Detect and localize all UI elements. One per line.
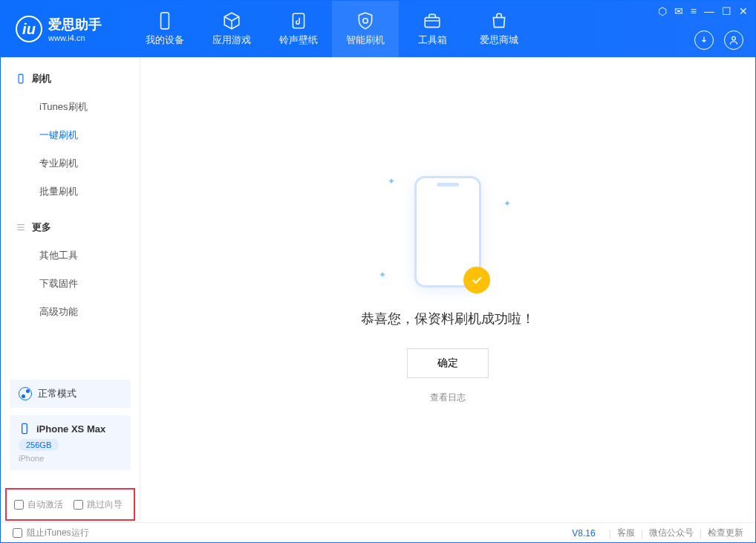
sidebar-item-other-tools[interactable]: 其他工具 [1,241,140,270]
device-name: iPhone XS Max [36,423,105,435]
device-info[interactable]: iPhone XS Max 256GB iPhone [10,415,131,470]
sidebar-item-pro-flash[interactable]: 专业刷机 [1,149,140,178]
link-check-update[interactable]: 检查更新 [708,527,743,539]
divider: | [700,528,702,539]
logo-icon: iu [16,16,42,42]
svg-rect-5 [22,423,27,433]
section-title: 刷机 [32,72,51,85]
music-file-icon [289,11,308,30]
tab-label: 应用游戏 [212,33,251,47]
sidebar: 刷机 iTunes刷机 一键刷机 专业刷机 批量刷机 更多 其他工具 下载固件 … [1,57,140,522]
tab-apps-games[interactable]: 应用游戏 [198,1,265,57]
svg-rect-0 [161,13,169,29]
sidebar-item-download-firmware[interactable]: 下载固件 [1,270,140,298]
sidebar-section-more: 更多 其他工具 下载固件 高级功能 [1,213,140,326]
checkbox-input[interactable] [13,528,22,538]
tab-smart-flash[interactable]: 智能刷机 [332,1,399,57]
tab-label: 工具箱 [418,33,447,47]
mode-row[interactable]: 正常模式 [10,380,131,408]
svg-rect-2 [425,18,440,27]
device-icon [155,11,175,30]
svg-rect-4 [19,74,23,83]
checkbox-input[interactable] [74,500,83,510]
tshirt-icon[interactable]: ⬡ [658,5,667,17]
statusbar: 阻止iTunes运行 V8.16 | 客服 | 微信公众号 | 检查更新 [1,522,755,543]
sidebar-item-advanced[interactable]: 高级功能 [1,298,140,326]
phone-outline-icon [19,423,30,435]
checkbox-input[interactable] [14,500,24,510]
link-wechat[interactable]: 微信公众号 [649,527,694,539]
success-message: 恭喜您，保资料刷机成功啦！ [361,310,535,328]
tab-my-device[interactable]: 我的设备 [131,1,198,57]
highlighted-options: 自动激活 跳过向导 [5,488,135,521]
view-log-link[interactable]: 查看日志 [430,391,466,404]
tab-label: 爱思商城 [480,33,518,47]
close-icon[interactable]: ✕ [739,5,748,17]
app-title: 爱思助手 [48,16,102,33]
tab-label: 铃声壁纸 [279,33,318,47]
sidebar-item-oneclick-flash[interactable]: 一键刷机 [1,121,140,149]
checkbox-label: 阻止iTunes运行 [27,527,89,539]
device-type: iPhone [19,454,122,463]
svg-rect-1 [293,13,304,28]
sidebar-item-itunes-flash[interactable]: iTunes刷机 [1,93,140,121]
nav-tabs: 我的设备 应用游戏 铃声壁纸 智能刷机 工具箱 爱思商城 [131,1,532,57]
checkbox-label: 自动激活 [27,498,63,511]
tab-store[interactable]: 爱思商城 [466,1,532,57]
download-icon[interactable] [694,30,714,50]
phone-illustration: ✦ ✦ ✦ [414,176,481,287]
checkbox-label: 跳过向导 [87,498,123,511]
content-area: ✦ ✦ ✦ 恭喜您，保资料刷机成功啦！ 确定 查看日志 [140,57,755,522]
sidebar-section-flash: 刷机 iTunes刷机 一键刷机 专业刷机 批量刷机 [1,65,140,206]
sparkle-icon: ✦ [504,198,511,209]
user-icon[interactable] [724,30,743,50]
titlebar: iu 爱思助手 www.i4.cn 我的设备 应用游戏 铃声壁纸 智能刷机 [1,1,755,57]
svg-point-3 [732,36,736,40]
checkbox-auto-activate[interactable]: 自动激活 [14,498,63,511]
app-subtitle: www.i4.cn [48,33,102,42]
mode-label: 正常模式 [38,387,76,400]
window-controls-top: ⬡ ✉ ≡ — ☐ ✕ [658,5,748,17]
version-label: V8.16 [572,528,595,539]
link-support[interactable]: 客服 [617,527,635,539]
divider: | [609,528,611,539]
window-controls-bottom [694,30,743,50]
main-area: 刷机 iTunes刷机 一键刷机 专业刷机 批量刷机 更多 其他工具 下载固件 … [1,57,755,522]
shield-refresh-icon [356,11,375,30]
app-window: iu 爱思助手 www.i4.cn 我的设备 应用游戏 铃声壁纸 智能刷机 [0,0,756,543]
sparkle-icon: ✦ [379,270,386,280]
sidebar-item-batch-flash[interactable]: 批量刷机 [1,178,140,206]
tab-ringtone-wallpaper[interactable]: 铃声壁纸 [265,1,332,57]
logo: iu 爱思助手 www.i4.cn [1,16,117,42]
toolbox-icon [423,11,442,30]
status-right: V8.16 | 客服 | 微信公众号 | 检查更新 [572,527,743,539]
confirm-button[interactable]: 确定 [407,348,489,378]
maximize-icon[interactable]: ☐ [722,5,731,17]
success-check-icon [463,267,490,293]
feedback-icon[interactable]: ✉ [674,5,683,17]
mode-icon [19,387,32,400]
tab-label: 我的设备 [146,33,184,47]
storage-badge: 256GB [19,439,59,451]
sidebar-header-flash: 刷机 [1,65,140,93]
menu-icon[interactable]: ≡ [691,5,697,17]
bag-icon [489,11,509,30]
tab-label: 智能刷机 [346,33,385,47]
sidebar-header-more: 更多 [1,213,140,241]
phone-icon [16,74,26,84]
checkbox-block-itunes[interactable]: 阻止iTunes运行 [13,527,89,539]
tab-toolbox[interactable]: 工具箱 [399,1,466,57]
checkbox-skip-guide[interactable]: 跳过向导 [74,498,123,511]
divider: | [641,528,643,539]
list-icon [16,222,26,233]
device-box: 正常模式 iPhone XS Max 256GB iPhone [10,380,131,470]
sparkle-icon: ✦ [388,176,395,186]
cube-icon [222,11,241,30]
section-title: 更多 [32,221,51,234]
minimize-icon[interactable]: — [704,5,714,17]
